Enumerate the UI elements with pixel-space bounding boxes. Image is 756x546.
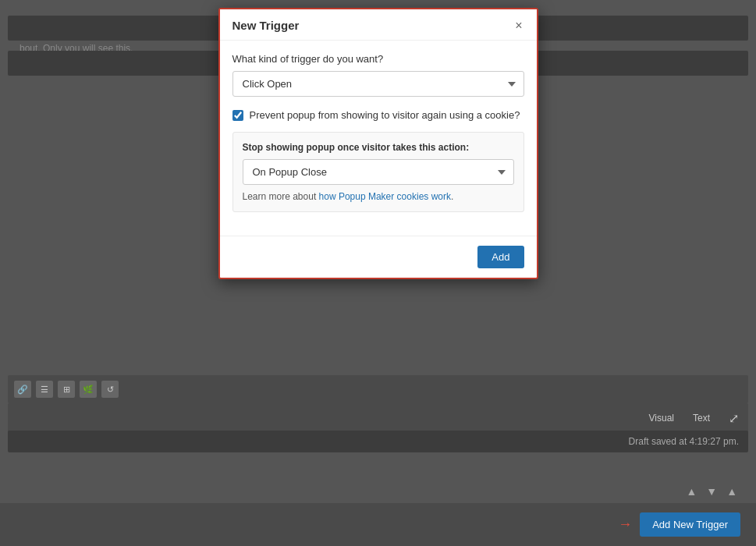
trigger-question-label: What kind of trigger do you want?: [232, 53, 524, 65]
modal-footer: Add: [220, 236, 537, 278]
add-button[interactable]: Add: [477, 246, 524, 268]
stop-showing-label: Stop showing popup once visitor takes th…: [243, 142, 514, 153]
learn-more-text: Learn more about how Popup Maker cookies…: [243, 191, 514, 202]
learn-more-link[interactable]: how Popup Maker cookies work: [319, 191, 451, 202]
modal-body: What kind of trigger do you want? Click …: [220, 41, 537, 236]
cookie-section: Stop showing popup once visitor takes th…: [232, 132, 524, 212]
modal-close-button[interactable]: ×: [513, 20, 524, 32]
modal-header: New Trigger ×: [220, 9, 537, 41]
prevent-popup-label: Prevent popup from showing to visitor ag…: [250, 109, 520, 121]
cookie-action-select[interactable]: On Popup Close On Popup Open On Form Sub…: [243, 159, 514, 185]
modal-title: New Trigger: [232, 19, 300, 32]
new-trigger-modal: New Trigger × What kind of trigger do yo…: [218, 8, 538, 279]
learn-more-suffix: .: [451, 191, 453, 202]
trigger-type-group: What kind of trigger do you want? Click …: [232, 53, 524, 97]
learn-more-prefix: Learn more about: [243, 191, 319, 202]
modal-overlay: New Trigger × What kind of trigger do yo…: [0, 0, 756, 546]
prevent-popup-checkbox[interactable]: [232, 110, 243, 121]
trigger-type-select[interactable]: Click Open Form Submission Auto Open Cli…: [232, 71, 524, 97]
cookie-checkbox-row: Prevent popup from showing to visitor ag…: [232, 109, 524, 121]
